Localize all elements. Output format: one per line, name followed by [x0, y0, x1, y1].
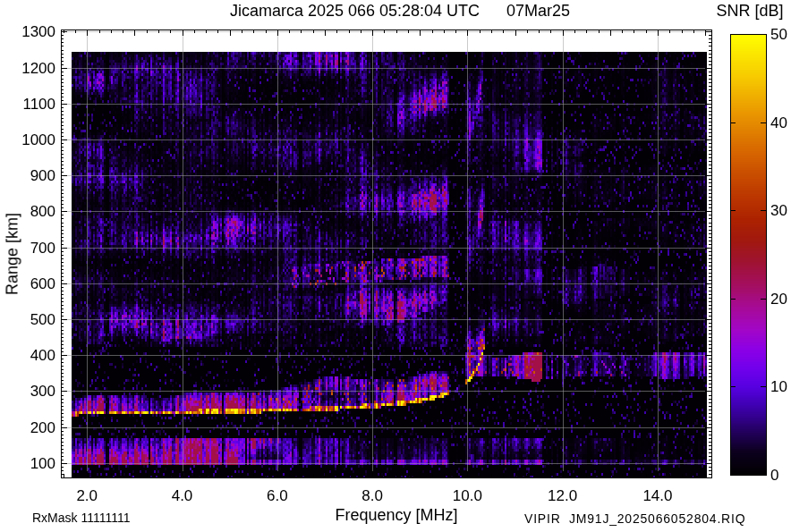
x-tick-label: 8.0: [361, 487, 383, 505]
x-tick-label: 6.0: [267, 487, 288, 505]
y-tick-label: 800: [2, 203, 55, 221]
x-tick-label: 14.0: [642, 487, 672, 505]
y-tick-label: 1000: [2, 131, 55, 149]
y-tick-label: 100: [2, 455, 55, 473]
y-tick-label: 500: [2, 311, 55, 329]
colorbar-tick-label: 0: [770, 467, 778, 485]
y-tick-label: 1300: [2, 23, 55, 41]
ionogram-viewer: Jicamarca 2025 066 05:28:04 UTC 07Mar25 …: [0, 0, 791, 532]
colorbar-tick-label: 10: [770, 378, 787, 396]
y-tick-label: 700: [2, 240, 55, 258]
colorbar-title: SNR [dB]: [716, 2, 783, 21]
y-tick-label: 1200: [2, 60, 55, 78]
y-tick-label: 600: [2, 275, 55, 293]
x-tick-label: 10.0: [453, 487, 482, 505]
colorbar-tick-label: 30: [770, 202, 787, 220]
ionogram-plot-canvas: [0, 0, 791, 532]
y-tick-label: 1100: [2, 96, 55, 114]
y-tick-label: 900: [2, 167, 55, 185]
footer-rxmask: RxMask 11111111: [32, 511, 130, 525]
colorbar-tick-label: 50: [770, 26, 787, 44]
y-tick-label: 400: [2, 347, 55, 365]
x-tick-label: 4.0: [172, 487, 193, 505]
page-title: Jicamarca 2025 066 05:28:04 UTC 07Mar25: [230, 2, 570, 21]
x-axis-label: Frequency [MHz]: [335, 506, 457, 525]
y-tick-label: 300: [2, 383, 55, 401]
footer-filename: VIPIR JM91J_2025066052804.RIQ: [524, 511, 745, 526]
y-tick-label: 200: [2, 419, 55, 437]
colorbar-tick-label: 40: [770, 114, 787, 132]
colorbar-tick-label: 20: [770, 291, 787, 308]
x-tick-label: 12.0: [548, 487, 577, 505]
x-tick-label: 2.0: [76, 487, 98, 505]
